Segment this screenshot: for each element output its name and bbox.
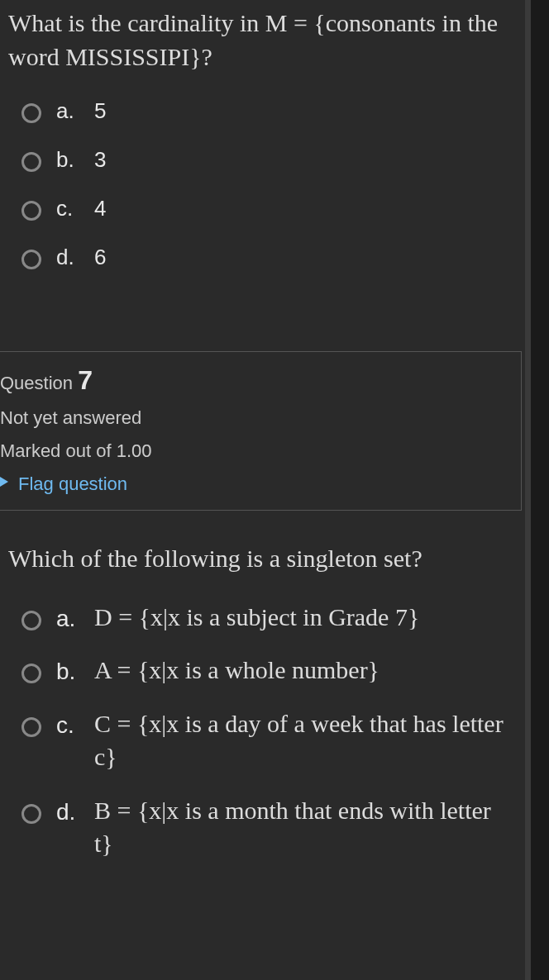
radio-option-a[interactable] [21,611,41,630]
question-7-info: Question 7 Not yet answered Marked out o… [0,351,522,511]
section-gap [0,511,525,535]
flag-question-link[interactable]: Flag question [0,473,509,495]
answer-option: a. 5 [21,98,513,124]
question-6-answers: a. 5 b. 3 c. 4 d. 6 [0,98,525,351]
option-text: 6 [94,245,106,270]
option-text: 4 [94,196,106,221]
radio-option-b[interactable] [21,664,41,683]
option-text: C = {x|x is a day of a week that has let… [94,707,513,774]
option-letter: d. [56,245,79,270]
radio-option-b[interactable] [21,152,41,172]
radio-option-c[interactable] [21,201,41,221]
option-letter: c. [56,712,79,739]
option-letter: d. [56,799,79,825]
scrollbar[interactable] [525,0,531,980]
marked-out-of: Marked out of 1.00 [0,440,509,462]
answer-option: b. 3 [21,147,513,173]
flag-label: Flag question [18,473,127,495]
radio-option-c[interactable] [21,717,41,737]
question-6-prompt: What is the cardinality in M = {consonan… [0,0,525,98]
radio-option-a[interactable] [21,103,41,123]
question-7-prompt: Which of the following is a singleton se… [0,535,525,601]
option-text: D = {x|x is a subject in Grade 7} [94,601,419,635]
option-letter: c. [56,196,79,221]
option-text: B = {x|x is a month that ends with lette… [94,794,513,861]
question-number-line: Question 7 [0,365,509,396]
option-text: A = {x|x is a whole number} [94,654,380,687]
answer-option: a. D = {x|x is a subject in Grade 7} [21,601,513,635]
marked-value: 1.00 [117,440,152,461]
question-label: Question [0,373,73,393]
option-letter: b. [56,659,79,685]
answer-option: c. C = {x|x is a day of a week that has … [21,707,513,774]
option-letter: a. [56,606,79,632]
answer-status: Not yet answered [0,407,509,429]
quiz-content: What is the cardinality in M = {consonan… [0,0,525,980]
flag-icon [0,477,12,492]
radio-option-d[interactable] [21,804,41,824]
option-text: 5 [94,98,106,124]
question-7-answers: a. D = {x|x is a subject in Grade 7} b. … [0,601,525,939]
question-number: 7 [78,365,93,395]
answer-option: d. 6 [21,245,513,270]
answer-option: c. 4 [21,196,513,221]
option-letter: a. [56,98,79,124]
option-text: 3 [94,147,106,173]
answer-option: b. A = {x|x is a whole number} [21,654,513,687]
answer-option: d. B = {x|x is a month that ends with le… [21,794,513,861]
radio-option-d[interactable] [21,250,41,269]
option-letter: b. [56,147,79,173]
marked-label: Marked out of [0,440,112,461]
